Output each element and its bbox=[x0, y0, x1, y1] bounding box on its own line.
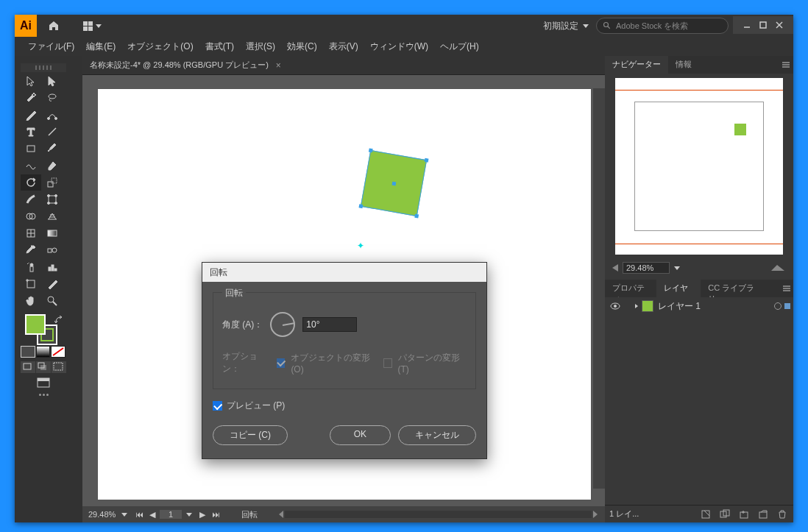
transform-objects-checkbox[interactable] bbox=[277, 358, 286, 368]
angle-dial[interactable] bbox=[270, 312, 295, 337]
screen-mode-button[interactable] bbox=[36, 377, 51, 389]
none-mode-button[interactable] bbox=[51, 346, 65, 358]
zoom-out-icon[interactable] bbox=[612, 264, 618, 272]
curvature-tool[interactable] bbox=[42, 107, 63, 123]
expand-layer-icon[interactable] bbox=[631, 303, 642, 309]
angle-input[interactable] bbox=[302, 317, 357, 332]
delete-layer-button[interactable] bbox=[776, 508, 789, 520]
panel-menu-button[interactable] bbox=[779, 56, 793, 74]
layer-row[interactable]: レイヤー 1 bbox=[605, 297, 793, 315]
artboard-tool[interactable] bbox=[21, 276, 41, 292]
svg-rect-37 bbox=[24, 363, 31, 369]
paintbrush-tool[interactable] bbox=[42, 141, 63, 157]
symbol-sprayer-tool[interactable] bbox=[21, 259, 41, 275]
color-mode-button[interactable] bbox=[21, 346, 35, 358]
blend-tool[interactable] bbox=[42, 242, 63, 258]
navigator-preview[interactable] bbox=[615, 78, 783, 255]
visibility-toggle-icon[interactable] bbox=[608, 302, 623, 310]
selection-tool[interactable] bbox=[21, 73, 41, 89]
magic-wand-tool[interactable] bbox=[21, 90, 41, 106]
make-clipping-mask-button[interactable] bbox=[718, 508, 731, 520]
free-transform-tool[interactable] bbox=[42, 191, 63, 208]
cancel-button[interactable]: キャンセル bbox=[398, 425, 476, 445]
fill-stroke-swatches[interactable] bbox=[21, 313, 66, 345]
dialog-title[interactable]: 回転 bbox=[202, 263, 486, 282]
hand-tool[interactable] bbox=[21, 293, 41, 309]
horizontal-scrollbar[interactable] bbox=[277, 509, 599, 519]
selected-rectangle-shape[interactable] bbox=[361, 150, 427, 216]
gradient-mode-button[interactable] bbox=[36, 346, 51, 358]
menu-view[interactable]: 表示(V) bbox=[325, 38, 363, 56]
line-segment-tool[interactable] bbox=[42, 124, 63, 140]
ok-button[interactable]: OK bbox=[330, 425, 391, 445]
layer-name[interactable]: レイヤー 1 bbox=[658, 300, 774, 313]
lasso-tool[interactable] bbox=[42, 90, 63, 106]
chevron-down-icon[interactable] bbox=[674, 266, 680, 270]
layers-tab[interactable]: レイヤー bbox=[656, 280, 701, 297]
menu-select[interactable]: 選択(S) bbox=[241, 38, 280, 56]
menu-type[interactable]: 書式(T) bbox=[201, 38, 238, 56]
create-sublayer-button[interactable] bbox=[737, 508, 751, 520]
eyedropper-tool[interactable] bbox=[21, 242, 41, 258]
column-graph-tool[interactable] bbox=[42, 259, 63, 275]
shaper-tool[interactable] bbox=[21, 157, 41, 174]
pen-tool[interactable] bbox=[21, 107, 41, 123]
page-number[interactable]: 1 bbox=[160, 510, 182, 519]
cc-libraries-tab[interactable]: CC ライブラリ bbox=[701, 280, 765, 297]
navigator-tab[interactable]: ナビゲーター bbox=[605, 56, 668, 74]
zoom-tool[interactable] bbox=[42, 293, 63, 309]
maximize-button[interactable] bbox=[756, 20, 770, 30]
prev-page-button[interactable]: ◀ bbox=[146, 509, 158, 519]
search-box[interactable]: Adobe Stock を検索 bbox=[596, 18, 729, 34]
locate-object-button[interactable] bbox=[699, 508, 712, 520]
last-page-button[interactable]: ⏭ bbox=[210, 509, 222, 519]
draw-inside-button[interactable] bbox=[52, 361, 66, 373]
target-icon[interactable] bbox=[774, 302, 782, 310]
perspective-grid-tool[interactable] bbox=[42, 208, 63, 224]
draw-normal-button[interactable] bbox=[21, 361, 35, 373]
menu-edit[interactable]: 編集(E) bbox=[82, 38, 120, 56]
menu-object[interactable]: オブジェクト(O) bbox=[123, 38, 197, 56]
document-tab[interactable]: 名称未設定-4* @ 29.48% (RGB/GPU プレビュー) × bbox=[82, 56, 605, 75]
properties-tab[interactable]: プロパティ bbox=[605, 280, 656, 297]
info-tab[interactable]: 情報 bbox=[668, 56, 699, 74]
menu-window[interactable]: ウィンドウ(W) bbox=[366, 38, 433, 56]
zoom-selector[interactable]: 29.48% bbox=[88, 510, 127, 519]
chevron-down-icon[interactable] bbox=[186, 513, 192, 517]
type-tool[interactable] bbox=[21, 124, 41, 140]
navigator-zoom-input[interactable]: 29.48% bbox=[623, 262, 670, 274]
create-layer-button[interactable] bbox=[756, 508, 770, 520]
home-icon[interactable] bbox=[43, 20, 65, 32]
menu-file[interactable]: ファイル(F) bbox=[24, 38, 79, 56]
scale-tool[interactable] bbox=[42, 174, 63, 191]
direct-selection-tool[interactable] bbox=[42, 73, 63, 89]
menu-effect[interactable]: 効果(C) bbox=[283, 38, 322, 56]
menu-help[interactable]: ヘルプ(H) bbox=[436, 38, 483, 56]
panel-menu-button[interactable] bbox=[780, 280, 793, 297]
shape-builder-tool[interactable] bbox=[21, 208, 41, 224]
arrange-documents-icon[interactable] bbox=[83, 21, 102, 31]
slice-tool[interactable] bbox=[42, 276, 63, 292]
fill-swatch[interactable] bbox=[25, 314, 46, 335]
workspace-selector[interactable]: 初期設定 bbox=[536, 20, 596, 32]
vertical-scrollbar[interactable] bbox=[593, 88, 605, 489]
close-tab-icon[interactable]: × bbox=[276, 60, 281, 71]
gradient-tool[interactable] bbox=[42, 225, 63, 241]
mesh-tool[interactable] bbox=[21, 225, 41, 241]
edit-toolbar-button[interactable] bbox=[21, 394, 66, 396]
swap-fill-stroke-icon[interactable] bbox=[54, 316, 63, 324]
width-tool[interactable] bbox=[21, 191, 41, 208]
zoom-in-icon[interactable] bbox=[770, 263, 786, 272]
copy-button[interactable]: コピー (C) bbox=[213, 425, 288, 445]
minimize-button[interactable] bbox=[740, 20, 754, 30]
eraser-tool[interactable] bbox=[42, 157, 63, 174]
rectangle-tool[interactable] bbox=[21, 141, 41, 157]
close-button[interactable] bbox=[773, 20, 786, 30]
next-page-button[interactable]: ▶ bbox=[196, 509, 208, 519]
transform-patterns-checkbox[interactable] bbox=[383, 358, 392, 368]
preview-checkbox[interactable] bbox=[213, 401, 222, 411]
rotate-tool[interactable] bbox=[21, 174, 41, 191]
first-page-button[interactable]: ⏮ bbox=[133, 509, 145, 519]
draw-behind-button[interactable] bbox=[36, 361, 51, 373]
toolbox bbox=[21, 63, 66, 396]
